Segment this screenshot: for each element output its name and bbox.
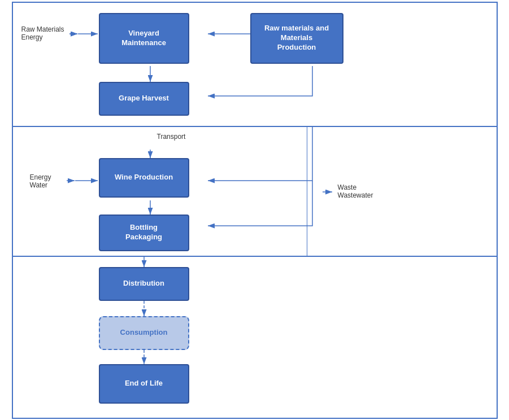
section-3: Distribution Consumption End of Life [13,257,497,418]
section2-arrows [13,127,497,256]
section-1: Raw MaterialsEnergy Vineyard Maintenance… [13,3,497,127]
energy-arrow-icon [67,177,78,184]
transport-label: Transport [157,133,186,141]
bottling-packaging-box: Bottling Packaging [99,215,189,251]
consumption-box: Consumption [99,316,189,350]
raw-arrow-icon [69,30,81,38]
end-of-life-box: End of Life [99,364,189,404]
energy-water-label: EnergyWater [30,173,51,189]
right-bracket [307,127,308,257]
waste-label: WasteWastewater [338,183,373,199]
section-2: Transport EnergyWater WasteWastewater Wi… [13,127,497,257]
diagram-wrapper: Raw MaterialsEnergy Vineyard Maintenance… [12,2,498,419]
vineyard-maintenance-box: Vineyard Maintenance [99,13,189,64]
wine-production-box: Wine Production [99,158,189,198]
raw-materials-label: Raw MaterialsEnergy [21,25,64,41]
distribution-box: Distribution [99,267,189,301]
section3-arrows [13,257,497,418]
raw-materials-box: Raw materials and Materials Production [250,13,343,64]
grape-harvest-box: Grape Harvest [99,82,189,116]
